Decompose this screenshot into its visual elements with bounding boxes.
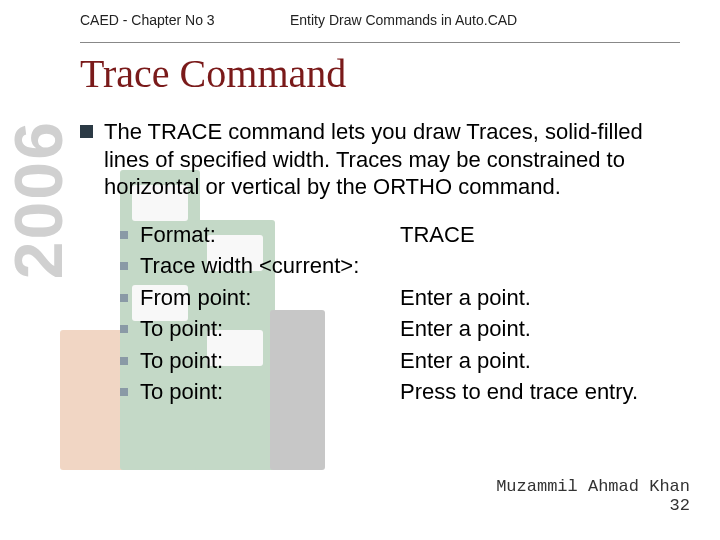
side-year-watermark: 2006 <box>8 120 69 279</box>
sub-item-left: Trace width <current>: <box>140 252 400 280</box>
square-bullet-small-icon <box>120 388 128 396</box>
sub-item-right: Enter a point. <box>400 315 690 343</box>
slide-header: CAED - Chapter No 3 Entity Draw Commands… <box>80 12 680 43</box>
square-bullet-small-icon <box>120 294 128 302</box>
sub-item-right: Enter a point. <box>400 284 690 312</box>
list-item: From point: Enter a point. <box>120 284 690 312</box>
list-item: Format: TRACE <box>120 221 690 249</box>
list-item: To point: Enter a point. <box>120 315 690 343</box>
footer-author: Muzammil Ahmad Khan <box>496 477 690 497</box>
list-item: To point: Press to end trace entry. <box>120 378 690 406</box>
square-bullet-small-icon <box>120 231 128 239</box>
sub-item-right <box>400 252 690 280</box>
sub-bullet-list: Format: TRACE Trace width <current>: Fro… <box>120 221 690 406</box>
sub-item-right: TRACE <box>400 221 690 249</box>
sub-item-left: To point: <box>140 315 400 343</box>
footer-page-number: 32 <box>496 496 690 516</box>
sub-item-left: Format: <box>140 221 400 249</box>
main-bullet-item: The TRACE command lets you draw Traces, … <box>80 118 690 201</box>
sub-item-right: Press to end trace entry. <box>400 378 690 406</box>
sub-item-right: Enter a point. <box>400 347 690 375</box>
square-bullet-small-icon <box>120 325 128 333</box>
sub-item-left: To point: <box>140 347 400 375</box>
list-item: Trace width <current>: <box>120 252 690 280</box>
square-bullet-small-icon <box>120 262 128 270</box>
main-text: The TRACE command lets you draw Traces, … <box>104 119 643 199</box>
sub-item-left: From point: <box>140 284 400 312</box>
square-bullet-small-icon <box>120 357 128 365</box>
square-bullet-large-icon <box>80 125 93 138</box>
sub-item-left: To point: <box>140 378 400 406</box>
list-item: To point: Enter a point. <box>120 347 690 375</box>
header-chapter: CAED - Chapter No 3 <box>80 12 280 28</box>
slide-title: Trace Command <box>80 50 346 97</box>
header-subtitle: Entity Draw Commands in Auto.CAD <box>290 12 517 28</box>
slide-content: The TRACE command lets you draw Traces, … <box>80 118 690 410</box>
slide-footer: Muzammil Ahmad Khan 32 <box>496 477 690 516</box>
